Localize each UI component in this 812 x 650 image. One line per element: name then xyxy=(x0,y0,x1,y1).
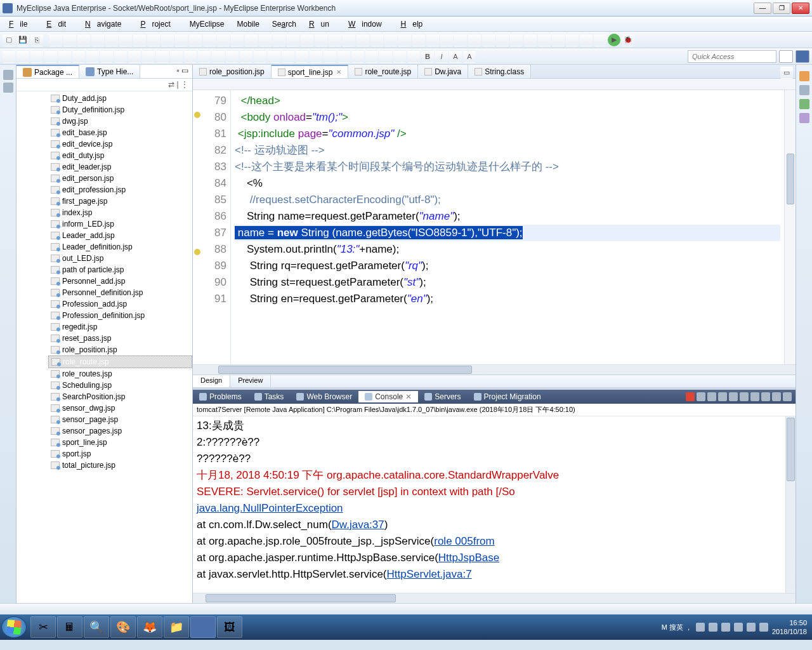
run-button[interactable]: ▶ xyxy=(608,34,620,46)
stack-link[interactable]: HttpJspBase xyxy=(438,552,499,564)
clock[interactable]: 16:50 2018/10/18 xyxy=(772,618,807,636)
editor-tab[interactable]: role_route.jsp xyxy=(348,65,418,78)
taskbar-explorer[interactable]: 📁 xyxy=(164,616,189,638)
file-item[interactable]: edit_profession.jsp xyxy=(48,184,192,196)
scroll-lock-button[interactable] xyxy=(729,392,738,401)
toolbar-button[interactable] xyxy=(231,34,244,46)
toolbar-button[interactable] xyxy=(128,50,141,63)
console-output[interactable]: 13:吴成贵2:??????è????????è??十月18, 2018 4:5… xyxy=(193,416,796,593)
network-icon[interactable] xyxy=(759,623,768,632)
start-button[interactable] xyxy=(1,616,27,638)
minimize-view-icon[interactable] xyxy=(3,70,13,80)
menu-navigate[interactable]: Navigate xyxy=(79,18,134,30)
toolbar-button[interactable] xyxy=(114,50,127,63)
file-item[interactable]: Leader_add.jsp xyxy=(48,230,192,241)
toolbar-button[interactable] xyxy=(510,34,523,46)
toolbar-button[interactable] xyxy=(468,34,481,46)
small-a-icon[interactable]: A xyxy=(449,50,462,63)
menu-help[interactable]: Help xyxy=(395,18,436,30)
tab-type-hierarchy[interactable]: Type Hie... xyxy=(79,65,140,78)
toolbar-button[interactable] xyxy=(324,50,336,63)
toolbar-button[interactable] xyxy=(189,34,202,46)
file-item[interactable]: sensor_dwg.jsp xyxy=(48,402,192,414)
console-vscrollbar[interactable] xyxy=(785,416,796,593)
editor-tab[interactable]: sport_line.jsp✕ xyxy=(272,65,349,78)
file-item[interactable]: edit_base.jsp xyxy=(48,127,192,138)
toolbar-button[interactable] xyxy=(594,34,606,46)
toolbar-button[interactable] xyxy=(133,34,146,46)
toolbar-button[interactable] xyxy=(524,34,537,46)
toolbar-button[interactable] xyxy=(287,34,299,46)
maximize-icon[interactable] xyxy=(783,392,792,401)
menu-search[interactable]: Search xyxy=(266,18,303,30)
bold-button[interactable]: B xyxy=(421,50,434,63)
stack-link[interactable]: Dw.java:37 xyxy=(332,519,384,531)
debug-button[interactable]: 🐞 xyxy=(622,34,634,46)
file-item[interactable]: sensor_page.jsp xyxy=(48,414,192,425)
taskbar-firefox[interactable]: 🦊 xyxy=(137,616,162,638)
toolbar-button[interactable] xyxy=(105,34,118,46)
file-item[interactable]: Personnel_definition.jsp xyxy=(48,287,192,298)
toolbar-button[interactable] xyxy=(329,34,341,46)
display-console-button[interactable] xyxy=(750,392,759,401)
tab-design[interactable]: Design xyxy=(193,375,230,387)
file-item[interactable]: reset_pass.jsp xyxy=(48,333,192,344)
toolbar-button[interactable] xyxy=(184,50,197,63)
toolbar-button[interactable] xyxy=(351,50,364,63)
new-button[interactable]: ▢ xyxy=(3,34,15,46)
menu-window[interactable]: Window xyxy=(342,18,395,30)
remove-all-button[interactable] xyxy=(707,392,716,401)
file-item[interactable]: dwg.jsp xyxy=(48,116,192,127)
toolbar-button[interactable] xyxy=(226,50,239,63)
file-item[interactable]: Profession_definition.jsp xyxy=(48,310,192,321)
code-editor[interactable]: 79808182838485868788899091 </head> <body… xyxy=(193,90,796,364)
toolbar-button[interactable] xyxy=(365,50,378,63)
warning-marker-icon[interactable] xyxy=(194,112,200,118)
toolbar-button[interactable] xyxy=(217,34,230,46)
toolbar-button[interactable] xyxy=(170,50,183,63)
editor-hscrollbar[interactable] xyxy=(193,364,796,375)
toolbar-button[interactable] xyxy=(496,34,509,46)
toolbar-button[interactable] xyxy=(580,34,593,46)
quick-access-input[interactable] xyxy=(688,50,776,63)
tray-icon[interactable] xyxy=(696,623,705,632)
file-item[interactable]: Leader_definition.jsp xyxy=(48,241,192,253)
toolbar-button[interactable] xyxy=(30,50,43,63)
file-item[interactable]: role_routes.jsp xyxy=(48,368,192,380)
console-hscrollbar[interactable] xyxy=(193,593,796,603)
clear-console-button[interactable] xyxy=(718,392,727,401)
toolbar-button[interactable] xyxy=(538,34,551,46)
toolbar-button[interactable] xyxy=(63,34,76,46)
file-item[interactable]: out_LED.jsp xyxy=(48,253,192,264)
file-item[interactable]: path of particle.jsp xyxy=(48,264,192,275)
taskbar-myeclipse[interactable] xyxy=(190,616,216,638)
menu-edit[interactable]: Edit xyxy=(40,18,79,30)
toolbar-button[interactable] xyxy=(407,50,420,63)
perspective-button[interactable] xyxy=(779,50,793,63)
view-icon[interactable] xyxy=(799,85,809,95)
menu-run[interactable]: Run xyxy=(303,18,342,30)
toolbar-button[interactable] xyxy=(482,34,495,46)
warning-marker-icon[interactable] xyxy=(194,249,200,255)
toolbar-button[interactable] xyxy=(412,34,425,46)
file-item[interactable]: index.jsp xyxy=(48,207,192,218)
file-item[interactable]: total_picture.jsp xyxy=(48,460,192,471)
file-item[interactable]: edit_duty.jsp xyxy=(48,150,192,161)
view-icon[interactable] xyxy=(3,83,13,93)
file-item[interactable]: sensor_pages.jsp xyxy=(48,425,192,437)
file-item[interactable]: SearchPosition.jsp xyxy=(48,391,192,402)
toolbar-button[interactable] xyxy=(3,50,15,63)
toolbar-button[interactable] xyxy=(119,34,132,46)
tray-icon[interactable] xyxy=(721,623,730,632)
toolbar-button[interactable] xyxy=(142,50,155,63)
terminate-button[interactable] xyxy=(686,392,695,401)
view-icon[interactable] xyxy=(799,71,809,81)
remove-launch-button[interactable] xyxy=(697,392,705,401)
file-item[interactable]: Duty_add.jsp xyxy=(48,93,192,104)
file-item[interactable]: role_position.jsp xyxy=(48,344,192,355)
italic-button[interactable]: I xyxy=(435,50,448,63)
file-item[interactable]: Profession_add.jsp xyxy=(48,298,192,310)
menu-file[interactable]: File xyxy=(3,18,40,30)
toolbar-button[interactable] xyxy=(301,34,313,46)
close-tab-icon[interactable]: ✕ xyxy=(336,69,341,76)
